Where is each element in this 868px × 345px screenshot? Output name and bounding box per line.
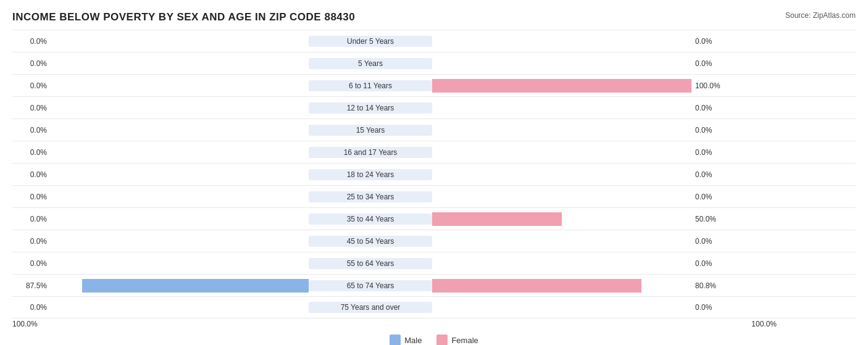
- right-side: 0.0%: [432, 230, 728, 252]
- female-value: 0.0%: [695, 303, 726, 312]
- right-side: 0.0%: [432, 164, 728, 185]
- bar-row: 0.0% Under 5 Years 0.0%: [12, 30, 856, 52]
- left-side: 0.0%: [12, 252, 309, 274]
- legend: Male Female: [12, 335, 856, 345]
- female-value: 0.0%: [695, 37, 726, 46]
- age-label: 18 to 24 Years: [309, 169, 432, 180]
- bar-row: 0.0% 18 to 24 Years 0.0%: [12, 163, 856, 185]
- right-bar-track: 0.0%: [432, 190, 691, 204]
- rows-area: 0.0% Under 5 Years 0.0% 0.0% 5 Years 0.0…: [12, 30, 856, 318]
- right-bar-track: 100.0%: [432, 79, 691, 93]
- left-bar-track: [49, 101, 309, 115]
- right-side: 0.0%: [432, 141, 728, 163]
- bar-row: 0.0% 55 to 64 Years 0.0%: [12, 252, 856, 274]
- left-bar-track: [49, 123, 309, 137]
- female-value: 0.0%: [695, 126, 726, 135]
- chart-container: INCOME BELOW POVERTY BY SEX AND AGE IN Z…: [0, 0, 868, 345]
- bar-row: 87.5% 65 to 74 Years 80.8%: [12, 274, 856, 296]
- female-value: 0.0%: [695, 59, 726, 68]
- male-value: 0.0%: [23, 215, 47, 223]
- male-bar: [82, 279, 309, 293]
- left-side: 87.5%: [12, 275, 309, 296]
- female-value: 50.0%: [695, 215, 726, 223]
- right-side: 0.0%: [432, 252, 728, 274]
- legend-female: Female: [436, 335, 478, 345]
- right-side: 0.0%: [432, 97, 728, 118]
- male-value: 87.5%: [23, 281, 47, 290]
- left-side: 0.0%: [12, 119, 309, 141]
- left-side: 0.0%: [12, 30, 309, 52]
- female-value: 80.8%: [695, 281, 726, 290]
- female-value: 100.0%: [695, 81, 726, 90]
- chart-title: INCOME BELOW POVERTY BY SEX AND AGE IN Z…: [12, 11, 355, 23]
- bottom-labels: 100.0% 100.0%: [12, 320, 856, 328]
- age-label: 35 to 44 Years: [309, 214, 432, 225]
- left-side: 0.0%: [12, 141, 309, 163]
- bar-row: 0.0% 75 Years and over 0.0%: [12, 296, 856, 318]
- right-bar-track: 0.0%: [432, 146, 691, 159]
- right-side: 0.0%: [432, 119, 728, 141]
- left-bar-track: [49, 57, 309, 70]
- right-bar-track: 50.0%: [432, 212, 691, 226]
- right-side: 0.0%: [432, 297, 728, 318]
- legend-male: Male: [390, 335, 422, 345]
- left-bar-track: [49, 146, 309, 159]
- bar-row: 0.0% 12 to 14 Years 0.0%: [12, 96, 856, 118]
- male-value: 0.0%: [23, 37, 47, 46]
- right-side: 0.0%: [432, 30, 728, 52]
- right-side: 50.0%: [432, 208, 728, 230]
- right-bar-track: 0.0%: [432, 301, 691, 314]
- right-side: 100.0%: [432, 75, 728, 96]
- male-color-box: [390, 335, 401, 345]
- male-value: 0.0%: [23, 81, 47, 90]
- left-side: 0.0%: [12, 52, 309, 74]
- left-bar-track: [49, 35, 309, 48]
- right-bar-track: 0.0%: [432, 123, 691, 137]
- male-value: 0.0%: [23, 126, 47, 135]
- legend-female-label: Female: [451, 336, 478, 345]
- bar-row: 0.0% 15 Years 0.0%: [12, 118, 856, 141]
- right-bar-track: 0.0%: [432, 235, 691, 248]
- right-bar-track: 0.0%: [432, 57, 691, 70]
- chart-header: INCOME BELOW POVERTY BY SEX AND AGE IN Z…: [12, 11, 856, 23]
- left-bar-track: [49, 79, 309, 93]
- female-bar: [432, 279, 641, 293]
- bar-row: 0.0% 6 to 11 Years 100.0%: [12, 74, 856, 96]
- female-bar: [432, 79, 691, 93]
- right-bar-track: 80.8%: [432, 279, 691, 293]
- age-label: 25 to 34 Years: [309, 191, 432, 202]
- left-side: 0.0%: [12, 186, 309, 207]
- male-value: 0.0%: [23, 148, 47, 157]
- male-value: 0.0%: [23, 104, 47, 112]
- age-label: 12 to 14 Years: [309, 102, 432, 114]
- left-side: 0.0%: [12, 297, 309, 318]
- bar-row: 0.0% 25 to 34 Years 0.0%: [12, 185, 856, 207]
- male-value: 0.0%: [23, 303, 47, 312]
- left-side: 0.0%: [12, 164, 309, 185]
- age-label: 45 to 54 Years: [309, 236, 432, 247]
- age-label: 65 to 74 Years: [309, 280, 432, 291]
- left-bar-track: [49, 190, 309, 204]
- left-bar-track: [49, 212, 309, 226]
- male-value: 0.0%: [23, 170, 47, 179]
- chart-source: Source: ZipAtlas.com: [785, 11, 856, 20]
- age-label: 15 Years: [309, 125, 432, 136]
- left-bar-track: [49, 168, 309, 181]
- bar-row: 0.0% 35 to 44 Years 50.0%: [12, 207, 856, 230]
- age-label: Under 5 Years: [309, 36, 432, 47]
- right-bar-track: 0.0%: [432, 35, 691, 48]
- female-value: 0.0%: [695, 193, 726, 201]
- female-bar: [432, 212, 562, 226]
- bar-row: 0.0% 45 to 54 Years 0.0%: [12, 230, 856, 252]
- right-side: 0.0%: [432, 52, 728, 74]
- bar-row: 0.0% 5 Years 0.0%: [12, 52, 856, 74]
- age-label: 75 Years and over: [309, 302, 432, 313]
- age-label: 6 to 11 Years: [309, 80, 432, 91]
- bottom-left-label: 100.0%: [12, 320, 332, 328]
- male-value: 0.0%: [23, 259, 47, 268]
- left-bar-track: [49, 301, 309, 314]
- male-value: 0.0%: [23, 59, 47, 68]
- right-bar-track: 0.0%: [432, 257, 691, 270]
- right-bar-track: 0.0%: [432, 168, 691, 181]
- right-bar-track: 0.0%: [432, 101, 691, 115]
